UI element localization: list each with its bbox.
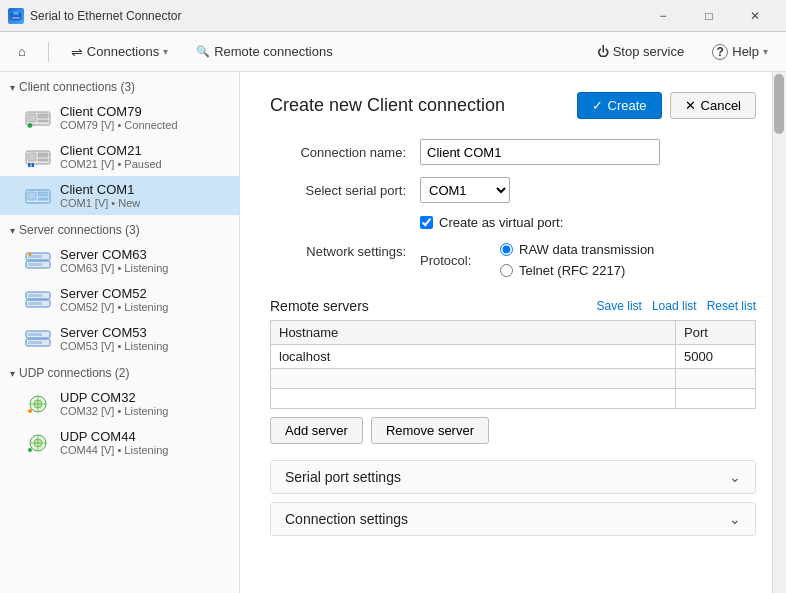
empty-row-2	[271, 389, 756, 409]
remote-servers-title: Remote servers	[270, 298, 369, 314]
table-row[interactable]: localhost 5000	[271, 345, 756, 369]
hostname-header: Hostname	[271, 321, 676, 345]
serial-port-settings-title: Serial port settings	[285, 469, 401, 485]
client-com21-icon	[24, 146, 52, 168]
add-server-button[interactable]: Add server	[270, 417, 363, 444]
server-chevron-icon: ▾	[10, 225, 15, 236]
sidebar-item-server-com53[interactable]: Server COM53 COM53 [V] • Listening	[0, 319, 239, 358]
maximize-button[interactable]: □	[686, 0, 732, 32]
svg-rect-30	[28, 341, 42, 344]
svg-point-40	[28, 448, 32, 452]
app-title: Serial to Ethernet Connector	[30, 9, 640, 23]
sidebar-item-udp-com44[interactable]: UDP COM44 COM44 [V] • Listening	[0, 423, 239, 462]
connection-settings-section: Connection settings ⌄	[270, 502, 756, 536]
main-layout: ▾ Client connections (3) Client COM79 CO…	[0, 72, 786, 593]
server-com52-icon	[24, 289, 52, 311]
servers-table: Hostname Port localhost 5000	[270, 320, 756, 409]
remote-servers-section: Remote servers Save list Load list Reset…	[270, 298, 756, 444]
remote-connections-button[interactable]: 🔍 Remote connections	[190, 40, 339, 63]
server-com52-text: Server COM52 COM52 [V] • Listening	[60, 286, 168, 313]
form-actions: ✓ Create ✕ Cancel	[577, 92, 757, 119]
toolbar-separator	[48, 42, 49, 62]
raw-protocol-label: RAW data transmission	[519, 242, 654, 257]
connection-name-row: Connection name:	[270, 139, 756, 165]
svg-point-7	[28, 123, 32, 127]
network-settings-section: Network settings: Protocol: RAW data tra…	[270, 242, 756, 282]
scrollbar-track[interactable]	[772, 72, 786, 593]
title-bar: Serial to Ethernet Connector − □ ✕	[0, 0, 786, 32]
svg-rect-1	[13, 11, 19, 15]
minimize-button[interactable]: −	[640, 0, 686, 32]
svg-rect-28	[28, 333, 42, 336]
connections-menu[interactable]: ⇌ Connections ▾	[65, 40, 174, 64]
help-icon: ?	[712, 44, 728, 60]
raw-protocol-radio[interactable]	[500, 243, 513, 256]
remove-server-button[interactable]: Remove server	[371, 417, 489, 444]
connection-name-control	[420, 139, 756, 165]
serial-port-settings-header[interactable]: Serial port settings ⌄	[271, 461, 755, 493]
telnet-protocol-radio[interactable]	[500, 264, 513, 277]
sidebar-item-client-com1[interactable]: Client COM1 COM1 [V] • New	[0, 176, 239, 215]
svg-rect-16	[38, 192, 48, 196]
svg-rect-5	[38, 114, 48, 118]
udp-com44-name: UDP COM44	[60, 429, 168, 444]
help-menu[interactable]: ? Help ▾	[706, 40, 774, 64]
protocol-radio-group: RAW data transmission Telnet (RFC 2217)	[500, 242, 654, 278]
serial-port-select[interactable]: COM1 COM2 COM3 COM4	[420, 177, 510, 203]
server-com53-sub: COM53 [V] • Listening	[60, 340, 168, 352]
home-button[interactable]: ⌂	[12, 40, 32, 63]
udp-connections-section[interactable]: ▾ UDP connections (2)	[0, 358, 239, 384]
toolbar-right: ⏻ Stop service ? Help ▾	[591, 40, 774, 64]
reset-list-button[interactable]: Reset list	[707, 299, 756, 313]
svg-rect-10	[38, 153, 48, 157]
connection-settings-header[interactable]: Connection settings ⌄	[271, 503, 755, 535]
client-connections-section[interactable]: ▾ Client connections (3)	[0, 72, 239, 98]
server-com63-sub: COM63 [V] • Listening	[60, 262, 168, 274]
server-buttons: Add server Remove server	[270, 417, 756, 444]
client-com1-name: Client COM1	[60, 182, 140, 197]
udp-com32-name: UDP COM32	[60, 390, 168, 405]
client-chevron-icon: ▾	[10, 82, 15, 93]
cancel-button[interactable]: ✕ Cancel	[670, 92, 756, 119]
protocol-label: Protocol:	[420, 253, 500, 268]
stop-service-button[interactable]: ⏻ Stop service	[591, 40, 691, 63]
udp-chevron-icon: ▾	[10, 368, 15, 379]
client-com21-name: Client COM21	[60, 143, 162, 158]
remote-servers-header: Remote servers Save list Load list Reset…	[270, 298, 756, 314]
create-button[interactable]: ✓ Create	[577, 92, 662, 119]
save-list-button[interactable]: Save list	[597, 299, 642, 313]
connection-name-input[interactable]	[420, 139, 660, 165]
scrollbar-thumb[interactable]	[774, 74, 784, 134]
app-icon	[8, 8, 24, 24]
server-connections-section[interactable]: ▾ Server connections (3)	[0, 215, 239, 241]
close-button[interactable]: ✕	[732, 0, 778, 32]
load-list-button[interactable]: Load list	[652, 299, 697, 313]
server-section-label: Server connections (3)	[19, 223, 140, 237]
udp-com32-icon	[24, 393, 52, 415]
client-com1-text: Client COM1 COM1 [V] • New	[60, 182, 140, 209]
virtual-port-row: Create as virtual port:	[270, 215, 756, 230]
servers-table-head: Hostname Port	[271, 321, 756, 345]
client-com79-sub: COM79 [V] • Connected	[60, 119, 178, 131]
protocol-row: Protocol: RAW data transmission Telnet (…	[420, 242, 756, 278]
udp-com44-sub: COM44 [V] • Listening	[60, 444, 168, 456]
connections-label: Connections	[87, 44, 159, 59]
server-com53-text: Server COM53 COM53 [V] • Listening	[60, 325, 168, 352]
sidebar-item-client-com79[interactable]: Client COM79 COM79 [V] • Connected	[0, 98, 239, 137]
svg-rect-12	[28, 163, 31, 167]
sidebar-item-server-com63[interactable]: Server COM63 COM63 [V] • Listening	[0, 241, 239, 280]
connection-name-label: Connection name:	[270, 145, 420, 160]
content-area: Create new Client connection ✓ Create ✕ …	[240, 72, 786, 593]
sidebar-item-udp-com32[interactable]: UDP COM32 COM32 [V] • Listening	[0, 384, 239, 423]
cancel-x-icon: ✕	[685, 98, 696, 113]
form-area: Create new Client connection ✓ Create ✕ …	[240, 72, 786, 564]
sidebar-item-client-com21[interactable]: Client COM21 COM21 [V] • Paused	[0, 137, 239, 176]
client-com79-name: Client COM79	[60, 104, 178, 119]
virtual-port-checkbox[interactable]	[420, 216, 433, 229]
raw-protocol-row: RAW data transmission	[500, 242, 654, 257]
network-settings-row: Network settings: Protocol: RAW data tra…	[270, 242, 756, 282]
serial-port-chevron-icon: ⌄	[729, 469, 741, 485]
sidebar-item-server-com52[interactable]: Server COM52 COM52 [V] • Listening	[0, 280, 239, 319]
svg-rect-13	[32, 163, 35, 167]
server-com63-name: Server COM63	[60, 247, 168, 262]
